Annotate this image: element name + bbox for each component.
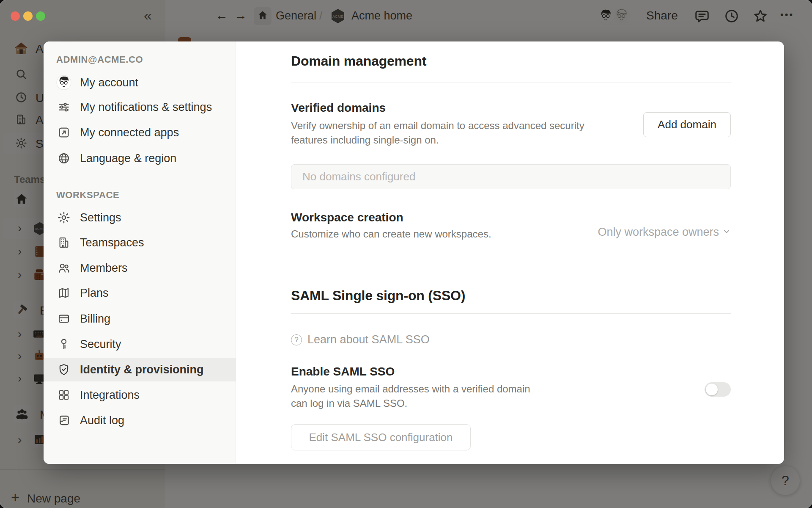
toggle-knob	[706, 384, 718, 395]
chevron-down-icon	[722, 226, 731, 239]
learn-saml-link[interactable]: ? Learn about SAML SSO	[291, 333, 430, 346]
workspace-creation-title: Workspace creation	[291, 211, 403, 224]
verified-domains-title: Verified domains	[291, 101, 386, 115]
enable-saml-toggle[interactable]	[705, 382, 731, 397]
settings-modal: ADMIN@ACME.CO My account My notification…	[44, 41, 784, 464]
enable-saml-description-line2: can log in via SAML SSO.	[291, 396, 407, 411]
minimize-window-button[interactable]	[23, 11, 33, 21]
learn-saml-label: Learn about SAML SSO	[307, 333, 430, 346]
domains-empty-field[interactable]	[291, 164, 731, 189]
settings-content: Domain management Verified domains Verif…	[44, 41, 784, 464]
zoom-window-button[interactable]	[36, 11, 45, 21]
enable-saml-title: Enable SAML SSO	[291, 365, 395, 378]
traffic-lights	[11, 11, 45, 21]
enable-saml-description-line1: Anyone using email addresses with a veri…	[291, 382, 530, 396]
workspace-creation-description: Customize who can create new workspaces.	[291, 227, 491, 241]
section-title-saml: SAML Single sign-on (SSO)	[291, 288, 465, 304]
section-title-domain-management: Domain management	[291, 53, 426, 69]
dropdown-value: Only workspace owners	[598, 226, 719, 239]
verified-domains-description-line2: features including single-sign on.	[291, 133, 439, 147]
section-divider	[291, 313, 731, 314]
edit-saml-config-button[interactable]: Edit SAML SSO configuration	[291, 424, 471, 450]
verified-domains-description-line1: Verify ownership of an email domain to a…	[291, 119, 584, 133]
app-window: « ← → General / ACME Acme home Share	[0, 0, 812, 508]
close-window-button[interactable]	[11, 11, 20, 21]
workspace-creation-dropdown[interactable]: Only workspace owners	[598, 225, 731, 239]
section-divider	[291, 83, 731, 83]
add-domain-button[interactable]: Add domain	[643, 112, 731, 137]
help-circle-icon: ?	[291, 334, 302, 345]
